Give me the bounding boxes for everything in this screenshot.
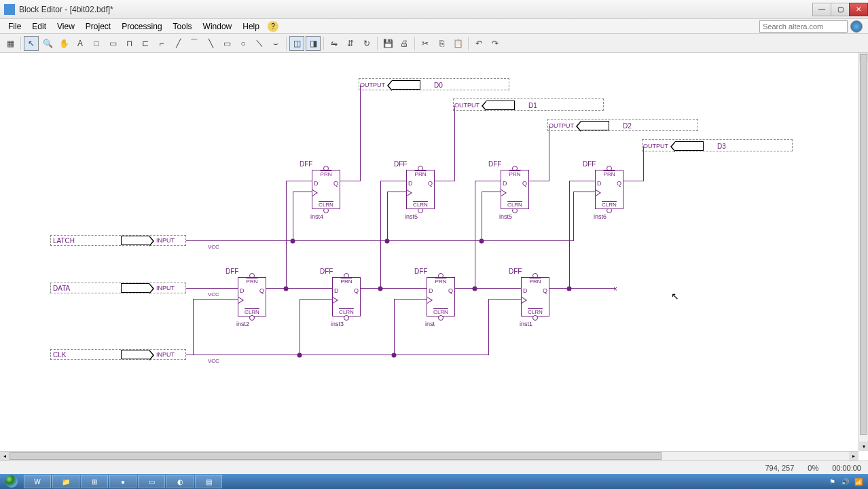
- tray-volume-icon[interactable]: 🔊: [841, 478, 849, 486]
- dff-inst4[interactable]: DFF PRN D Q CLRN inst4: [312, 170, 340, 209]
- tool-new[interactable]: ▦: [3, 36, 18, 51]
- wire[interactable]: [482, 192, 501, 192]
- wire[interactable]: [573, 192, 595, 192]
- menu-project[interactable]: Project: [80, 20, 116, 33]
- output-pin-d2[interactable]: OUTPUT D2: [549, 121, 657, 130]
- tool-partial[interactable]: ◨: [306, 36, 321, 51]
- wire[interactable]: [293, 192, 293, 241]
- tool-block[interactable]: ▭: [105, 36, 120, 51]
- taskbar-item[interactable]: ▤: [195, 475, 222, 488]
- minimize-button[interactable]: —: [812, 3, 831, 16]
- tool-bus[interactable]: ⊏: [138, 36, 153, 51]
- tool-rotate[interactable]: ↻: [359, 36, 374, 51]
- wire[interactable]: [286, 181, 312, 181]
- tool-node[interactable]: ⊓: [122, 36, 137, 51]
- wire[interactable]: [360, 86, 361, 181]
- wire[interactable]: [186, 355, 193, 355]
- input-pin-clk[interactable]: CLK INPUT VCC: [53, 350, 175, 359]
- wire[interactable]: [193, 355, 489, 355]
- menu-help[interactable]: Help: [237, 20, 265, 33]
- wire[interactable]: [193, 299, 238, 300]
- input-pin-data[interactable]: DATA INPUT VCC: [53, 283, 175, 293]
- wire[interactable]: [300, 299, 300, 355]
- tool-cut[interactable]: ✂: [418, 36, 433, 51]
- tool-conduit[interactable]: ⌐: [154, 36, 169, 51]
- wire[interactable]: [186, 288, 238, 289]
- maximize-button[interactable]: ▢: [831, 3, 850, 16]
- taskbar-item[interactable]: 📁: [52, 475, 79, 488]
- dff-inst5a[interactable]: DFF PRN D Q CLRN inst5: [406, 170, 435, 209]
- tool-text[interactable]: A: [73, 36, 88, 51]
- dff-inst1[interactable]: DFF PRN D Q CLRN inst1: [521, 277, 549, 316]
- tool-line[interactable]: ╲: [203, 36, 218, 51]
- globe-icon[interactable]: [850, 20, 863, 33]
- wire[interactable]: [569, 181, 570, 289]
- wire[interactable]: [455, 288, 521, 289]
- taskbar-item[interactable]: ●: [109, 475, 137, 488]
- dff-inst6[interactable]: DFF PRN D Q CLRN inst6: [595, 170, 623, 209]
- tool-rect[interactable]: ▭: [219, 36, 234, 51]
- help-icon[interactable]: ?: [268, 21, 278, 32]
- wire[interactable]: [394, 299, 395, 355]
- close-button[interactable]: ✕: [849, 3, 868, 16]
- tool-diag[interactable]: ╱: [170, 36, 185, 51]
- dff-inst[interactable]: DFF PRN D Q CLRN inst: [427, 277, 455, 316]
- wire[interactable]: [573, 192, 574, 241]
- wire[interactable]: [293, 192, 312, 192]
- wire[interactable]: [623, 181, 643, 181]
- horizontal-scrollbar[interactable]: ◂ ▸: [0, 451, 858, 460]
- wire[interactable]: [340, 181, 360, 181]
- scroll-thumb[interactable]: [860, 54, 867, 435]
- wire[interactable]: [286, 181, 287, 289]
- wire[interactable]: [300, 299, 332, 300]
- tool-arc2[interactable]: ⌣: [268, 36, 283, 51]
- wire[interactable]: [186, 240, 573, 241]
- tool-undo[interactable]: ↶: [471, 36, 486, 51]
- tool-paste[interactable]: 📋: [450, 36, 465, 51]
- system-tray[interactable]: ⚑ 🔊 📶: [824, 478, 868, 486]
- wire[interactable]: [266, 288, 332, 289]
- tool-select[interactable]: ↖: [24, 36, 39, 51]
- taskbar-item[interactable]: ⊞: [81, 475, 108, 488]
- taskbar-item[interactable]: W: [24, 475, 51, 488]
- tool-line2[interactable]: ＼: [252, 36, 267, 51]
- tool-save[interactable]: 💾: [380, 36, 395, 51]
- output-pin-d1[interactable]: OUTPUT D1: [454, 101, 562, 110]
- wire[interactable]: [549, 126, 549, 181]
- tool-redo[interactable]: ↷: [488, 36, 503, 51]
- wire[interactable]: [488, 299, 489, 355]
- tool-oval[interactable]: ○: [236, 36, 251, 51]
- wire[interactable]: [387, 192, 406, 192]
- wire[interactable]: [488, 299, 521, 300]
- tray-network-icon[interactable]: 📶: [854, 478, 863, 486]
- tool-rubber[interactable]: ◫: [289, 36, 304, 51]
- start-button[interactable]: [0, 474, 23, 489]
- wire[interactable]: [193, 299, 194, 355]
- tool-hand[interactable]: ✋: [56, 36, 71, 51]
- vertical-scrollbar[interactable]: ▴ ▾: [858, 53, 868, 451]
- output-pin-d0[interactable]: OUTPUT D0: [360, 80, 468, 90]
- wire[interactable]: [569, 181, 595, 181]
- wire[interactable]: [387, 192, 388, 241]
- search-input[interactable]: [759, 20, 848, 33]
- wire[interactable]: [643, 147, 644, 181]
- input-pin-latch[interactable]: LATCH INPUT VCC: [53, 236, 175, 245]
- scroll-left-arrow[interactable]: ◂: [0, 452, 10, 460]
- wire[interactable]: [380, 181, 406, 181]
- wire[interactable]: [475, 181, 501, 181]
- tool-print[interactable]: 🖨: [397, 36, 412, 51]
- tool-symbol[interactable]: □: [89, 36, 104, 51]
- tool-fliph[interactable]: ⇋: [327, 36, 342, 51]
- dff-inst2[interactable]: DFF PRN D Q CLRN inst2: [238, 277, 266, 316]
- wire[interactable]: [380, 181, 381, 289]
- menu-edit[interactable]: Edit: [26, 20, 52, 33]
- wire[interactable]: [482, 192, 482, 241]
- menu-tools[interactable]: Tools: [168, 20, 198, 33]
- schematic-canvas[interactable]: LATCH INPUT VCC DATA INPUT VCC CLK INPUT…: [0, 53, 858, 451]
- tool-arc[interactable]: ⌒: [187, 36, 202, 51]
- output-pin-d3[interactable]: OUTPUT D3: [643, 141, 751, 151]
- scroll-thumb[interactable]: [10, 452, 662, 460]
- tool-zoom[interactable]: 🔍: [40, 36, 55, 51]
- wire[interactable]: [394, 299, 427, 300]
- scroll-down-arrow[interactable]: ▾: [859, 441, 868, 451]
